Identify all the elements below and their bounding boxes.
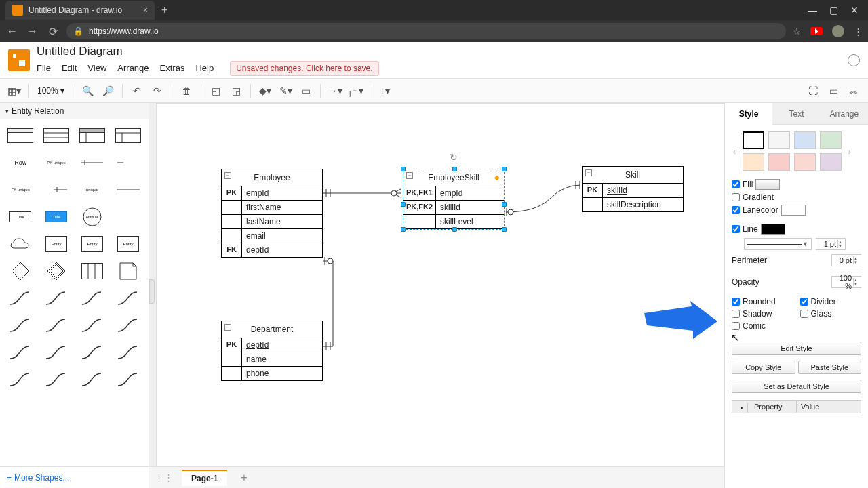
shape-hline[interactable] <box>113 179 143 201</box>
shape-conn-14[interactable] <box>41 369 72 390</box>
tab-text[interactable]: Text <box>772 103 820 124</box>
entity-employeeskill[interactable]: ↻ −EmployeeSkill◆ PK,FK1empId PK,FK2skil… <box>403 169 505 230</box>
undo-icon[interactable]: ↶ <box>128 82 146 100</box>
shape-conn-10[interactable] <box>41 342 72 363</box>
selection-handle[interactable] <box>401 167 406 171</box>
menu-edit[interactable]: Edit <box>62 63 77 73</box>
close-tab-icon[interactable]: × <box>143 5 148 15</box>
shadow-icon[interactable]: ▭ <box>297 82 315 100</box>
connection-icon[interactable]: →▾ <box>326 82 344 100</box>
tab-style[interactable]: Style <box>725 103 772 125</box>
perimeter-input[interactable]: 0 pt▲▼ <box>831 254 861 266</box>
shape-conn-15[interactable] <box>77 369 108 390</box>
line-checkbox[interactable] <box>732 225 740 233</box>
add-page-button[interactable]: + <box>235 472 252 484</box>
shape-empty-1[interactable] <box>113 206 143 228</box>
swatch-white[interactable] <box>743 131 764 149</box>
lanecolor-picker[interactable] <box>781 205 806 216</box>
shape-conn-6[interactable] <box>41 314 72 336</box>
fill-color-picker[interactable] <box>755 179 780 190</box>
swatch-red[interactable] <box>768 153 790 171</box>
line-color-picker[interactable] <box>761 224 785 235</box>
shape-conn-7[interactable] <box>77 314 108 336</box>
swatch-prev-icon[interactable]: ‹ <box>730 146 738 157</box>
shape-table-2[interactable] <box>41 125 72 146</box>
shape-conn-16[interactable] <box>113 369 143 390</box>
menu-extras[interactable]: Extras <box>160 63 185 73</box>
shape-note[interactable] <box>113 260 143 282</box>
gradient-checkbox[interactable] <box>732 193 740 201</box>
star-icon[interactable]: ☆ <box>793 26 801 37</box>
line-style-select[interactable]: ▼ <box>744 238 812 250</box>
close-window-icon[interactable]: ✕ <box>850 5 859 16</box>
shape-conn-1[interactable] <box>5 287 36 309</box>
rotate-handle-icon[interactable]: ↻ <box>450 152 458 163</box>
lanecolor-checkbox[interactable] <box>732 206 740 214</box>
menu-view[interactable]: View <box>87 63 106 73</box>
to-front-icon[interactable]: ◱ <box>207 82 224 100</box>
waypoint-icon[interactable]: ┌╴▾ <box>347 82 364 100</box>
zoom-out-icon[interactable]: 🔎 <box>99 82 117 100</box>
menu-arrange[interactable]: Arrange <box>117 63 149 73</box>
forward-icon[interactable]: → <box>26 25 39 37</box>
line-width-input[interactable]: 1 pt▲▼ <box>816 238 846 250</box>
swatch-green[interactable] <box>820 131 842 149</box>
menu-help[interactable]: Help <box>195 63 214 73</box>
add-icon[interactable]: +▾ <box>376 82 393 100</box>
shape-row-label[interactable]: Row <box>5 152 36 174</box>
shape-pk-unique[interactable]: PK unique <box>41 152 72 174</box>
unsaved-warning[interactable]: Unsaved changes. Click here to save. <box>230 61 378 76</box>
shape-divider-1[interactable] <box>77 152 108 174</box>
shape-conn-11[interactable] <box>77 342 108 363</box>
entity-employee[interactable]: −Employee PKempId firstName lastName ema… <box>221 169 323 258</box>
shape-diamond-double[interactable] <box>41 260 72 282</box>
glass-checkbox[interactable] <box>800 310 808 318</box>
shape-row-5[interactable]: FK unique <box>5 179 36 201</box>
shape-table-1[interactable] <box>5 125 36 146</box>
shape-multi-col[interactable] <box>77 260 108 282</box>
opacity-input[interactable]: 100 %▲▼ <box>831 276 861 288</box>
selection-handle[interactable] <box>452 227 457 232</box>
shape-entity-3[interactable]: Entity <box>113 233 143 255</box>
shape-conn-5[interactable] <box>5 314 36 336</box>
selection-handle[interactable] <box>401 202 406 207</box>
shape-entity-1[interactable]: Entity <box>41 233 72 255</box>
selection-handle[interactable] <box>502 167 507 171</box>
delete-icon[interactable]: 🗑 <box>178 82 195 100</box>
sidebar-collapse-handle[interactable] <box>149 279 155 304</box>
shape-table-4[interactable] <box>113 125 143 146</box>
shape-title-blue[interactable]: Title <box>41 206 72 228</box>
fill-color-icon[interactable]: ◆▾ <box>256 82 274 100</box>
entity-skill[interactable]: −Skill PKskillId skillDescription <box>582 166 684 212</box>
selection-handle[interactable] <box>502 227 507 232</box>
selection-handle[interactable] <box>452 167 457 171</box>
shapes-category-header[interactable]: ▾ Entity Relation <box>0 103 149 119</box>
line-color-icon[interactable]: ✎▾ <box>277 82 294 100</box>
selection-handle[interactable] <box>502 202 507 207</box>
swatch-blue[interactable] <box>794 131 816 149</box>
profile-avatar[interactable] <box>832 25 844 37</box>
rounded-checkbox[interactable] <box>732 298 740 306</box>
shape-conn-9[interactable] <box>5 342 36 363</box>
redo-icon[interactable]: ↷ <box>149 82 166 100</box>
divider-checkbox[interactable] <box>800 298 808 306</box>
collapse-icon[interactable]: ︽ <box>845 82 863 100</box>
menu-icon[interactable]: ⋮ <box>854 26 863 37</box>
new-tab-button[interactable]: + <box>155 4 174 16</box>
more-shapes-button[interactable]: +More Shapes... <box>0 466 149 488</box>
zoom-in-icon[interactable]: 🔍 <box>79 82 96 100</box>
paste-style-button[interactable]: Paste Style <box>798 361 862 374</box>
swatch-next-icon[interactable]: › <box>846 146 854 157</box>
comic-checkbox[interactable] <box>732 322 740 330</box>
shape-conn-3[interactable] <box>77 287 108 309</box>
shape-cloud[interactable] <box>5 233 36 255</box>
document-title[interactable]: Untitled Diagram <box>37 45 848 58</box>
shape-entity-2[interactable]: Entity <box>77 233 108 255</box>
address-bar[interactable]: 🔒 https://www.draw.io <box>66 23 786 39</box>
page-drag-handle[interactable]: ⋮⋮ <box>155 472 174 483</box>
swatch-purple[interactable] <box>820 153 842 171</box>
maximize-icon[interactable]: ▢ <box>829 5 838 16</box>
edit-style-button[interactable]: Edit Style <box>732 342 861 355</box>
youtube-icon[interactable] <box>810 27 823 35</box>
shape-conn-12[interactable] <box>113 342 143 363</box>
